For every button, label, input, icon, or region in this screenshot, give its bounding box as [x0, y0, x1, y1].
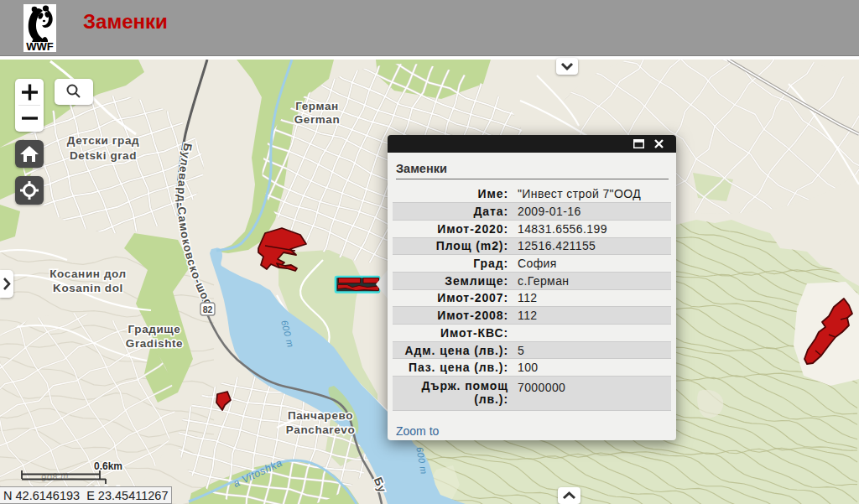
svg-text:Градище: Градище — [128, 323, 181, 335]
svg-text:Герман: Герман — [295, 100, 339, 112]
svg-text:Панчарево: Панчарево — [288, 409, 353, 422]
svg-text:Gradishte: Gradishte — [126, 337, 183, 350]
svg-text:0.6km: 0.6km — [94, 460, 122, 472]
svg-text:WWF: WWF — [26, 40, 54, 52]
svg-text:Косанин дол: Косанин дол — [49, 268, 127, 280]
svg-text:German: German — [294, 113, 341, 126]
svg-text:82: 82 — [203, 304, 213, 314]
svg-text:Kosanin dol: Kosanin dol — [53, 282, 123, 294]
svg-text:Детски град: Детски град — [67, 134, 139, 147]
svg-text:Pancharevo: Pancharevo — [286, 423, 356, 436]
svg-text:Detski grad: Detski grad — [70, 149, 137, 162]
